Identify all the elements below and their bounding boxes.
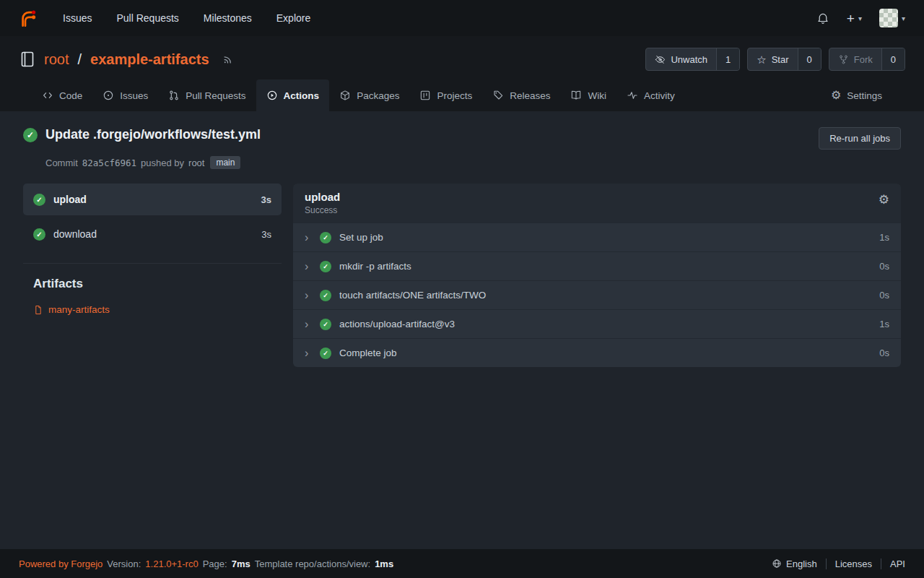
repo-title-row: root / example-artifacts U	[19, 48, 905, 71]
success-check-icon: ✓	[320, 261, 331, 272]
star-icon: ☆	[757, 54, 766, 65]
success-check-icon: ✓	[320, 232, 331, 243]
unwatch-button[interactable]: Unwatch	[646, 48, 716, 70]
tag-icon	[492, 90, 504, 101]
code-icon	[42, 90, 53, 101]
branch-badge[interactable]: main	[210, 156, 240, 169]
job-detail-status: Success	[305, 205, 340, 215]
navbar-right: + ▾ ▾	[816, 9, 905, 27]
licenses-link[interactable]: Licenses	[826, 558, 881, 569]
language-label: English	[786, 558, 817, 569]
rerun-all-jobs-button[interactable]: Re-run all jobs	[819, 127, 901, 150]
tab-issues[interactable]: Issues	[92, 79, 158, 111]
star-button[interactable]: ☆ Star	[748, 48, 797, 70]
step-row-touch[interactable]: › ✓ touch artifacts/ONE artifacts/TWO 0s	[293, 280, 901, 309]
package-icon	[339, 90, 351, 101]
project-board-icon	[419, 90, 431, 101]
template-time-value: 1ms	[375, 558, 393, 569]
job-row-download[interactable]: ✓ download 3s	[23, 218, 282, 250]
tab-code[interactable]: Code	[32, 79, 92, 111]
forgejo-logo-icon	[19, 9, 38, 28]
navbar-links: Issues Pull Requests Milestones Explore	[63, 12, 310, 24]
job-options-button[interactable]: ⚙	[879, 194, 889, 206]
tab-projects[interactable]: Projects	[409, 79, 482, 111]
repo-name-link[interactable]: example-artifacts	[90, 51, 209, 68]
nav-item-explore[interactable]: Explore	[276, 12, 310, 24]
run-body: ✓ upload 3s ✓ download 3s Artifacts many…	[23, 184, 901, 367]
run-title: Update .forgejo/workflows/test.yml	[45, 127, 261, 142]
tab-settings[interactable]: ⚙ Settings	[821, 79, 892, 111]
step-name: touch artifacts/ONE artifacts/TWO	[339, 290, 486, 301]
eye-off-icon	[655, 54, 666, 65]
version-link[interactable]: 1.21.0+1-rc0	[145, 558, 198, 569]
language-selector[interactable]: English	[763, 558, 826, 569]
star-button-group: ☆ Star 0	[747, 48, 821, 71]
run-header: ✓ Update .forgejo/workflows/test.yml Re-…	[23, 127, 901, 150]
tab-actions[interactable]: Actions	[256, 79, 330, 111]
tab-pull-requests[interactable]: Pull Requests	[158, 79, 256, 111]
job-detail-card: upload Success ⚙ › ✓ Set up job 1s › ✓ m…	[293, 184, 901, 367]
author-link[interactable]: root	[188, 158, 204, 168]
tab-packages[interactable]: Packages	[329, 79, 409, 111]
tab-label: Releases	[510, 90, 550, 101]
bell-icon	[816, 12, 829, 25]
tab-label: Activity	[644, 90, 675, 101]
globe-icon	[772, 558, 782, 569]
user-menu-button[interactable]: ▾	[879, 9, 905, 27]
fork-button[interactable]: Fork	[829, 48, 881, 70]
artifacts-section: Artifacts many-artifacts	[23, 263, 282, 317]
notifications-button[interactable]	[816, 12, 829, 25]
play-circle-icon	[266, 90, 278, 101]
forgejo-logo[interactable]	[19, 9, 38, 28]
success-check-icon: ✓	[23, 128, 38, 142]
footer-meta: Powered by Forgejo Version: 1.21.0+1-rc0…	[19, 558, 393, 569]
forks-count[interactable]: 0	[881, 48, 905, 70]
tab-label: Settings	[847, 90, 882, 101]
success-check-icon: ✓	[320, 348, 331, 359]
rss-button[interactable]	[222, 54, 233, 65]
tab-wiki[interactable]: Wiki	[560, 79, 616, 111]
gear-icon: ⚙	[879, 193, 889, 207]
nav-item-milestones[interactable]: Milestones	[204, 12, 252, 24]
nav-item-pull-requests[interactable]: Pull Requests	[116, 12, 178, 24]
job-name: download	[53, 228, 97, 240]
stars-count[interactable]: 0	[798, 48, 821, 70]
step-row-upload-artifact[interactable]: › ✓ actions/upload-artifact@v3 1s	[293, 309, 901, 338]
repo-action-buttons: Unwatch 1 ☆ Star 0	[645, 48, 905, 71]
tab-activity[interactable]: Activity	[616, 79, 685, 111]
nav-item-issues[interactable]: Issues	[63, 12, 92, 24]
step-row-set-up-job[interactable]: › ✓ Set up job 1s	[293, 223, 901, 251]
step-duration: 0s	[879, 261, 889, 272]
watchers-count[interactable]: 1	[716, 48, 739, 70]
artifact-link-many-artifacts[interactable]: many-artifacts	[33, 304, 110, 315]
create-new-button[interactable]: + ▾	[847, 12, 862, 25]
job-detail-header: upload Success ⚙	[293, 184, 901, 223]
actions-run-page: ✓ Update .forgejo/workflows/test.yml Re-…	[0, 111, 924, 549]
commit-label: Commit	[45, 158, 78, 168]
fork-button-group: Fork 0	[829, 48, 905, 71]
chevron-right-icon: ›	[305, 319, 312, 330]
pull-request-icon	[168, 90, 180, 101]
job-detail-titles: upload Success	[305, 191, 340, 215]
version-label: Version:	[107, 558, 141, 569]
step-row-complete-job[interactable]: › ✓ Complete job 0s	[293, 338, 901, 367]
page-time-value: 7ms	[232, 558, 250, 569]
step-row-mkdir[interactable]: › ✓ mkdir -p artifacts 0s	[293, 251, 901, 280]
step-list: › ✓ Set up job 1s › ✓ mkdir -p artifacts…	[293, 223, 901, 367]
chevron-right-icon: ›	[305, 290, 312, 301]
powered-by-link[interactable]: Powered by Forgejo	[19, 558, 103, 569]
step-duration: 1s	[879, 319, 889, 329]
fork-label: Fork	[854, 54, 873, 65]
fork-icon	[838, 54, 849, 65]
tab-releases[interactable]: Releases	[482, 79, 560, 111]
job-row-upload[interactable]: ✓ upload 3s	[23, 184, 282, 215]
repo-header: root / example-artifacts U	[0, 36, 924, 111]
repo-owner-link[interactable]: root	[44, 51, 69, 68]
repo-tabbar: Code Issues Pull Requests Actions P	[19, 79, 905, 111]
avatar	[879, 9, 898, 27]
job-name: upload	[53, 194, 87, 205]
success-check-icon: ✓	[33, 228, 45, 241]
tab-label: Packages	[357, 90, 399, 101]
api-link[interactable]: API	[881, 558, 905, 569]
commit-sha-link[interactable]: 82a5cf6961	[82, 158, 136, 168]
